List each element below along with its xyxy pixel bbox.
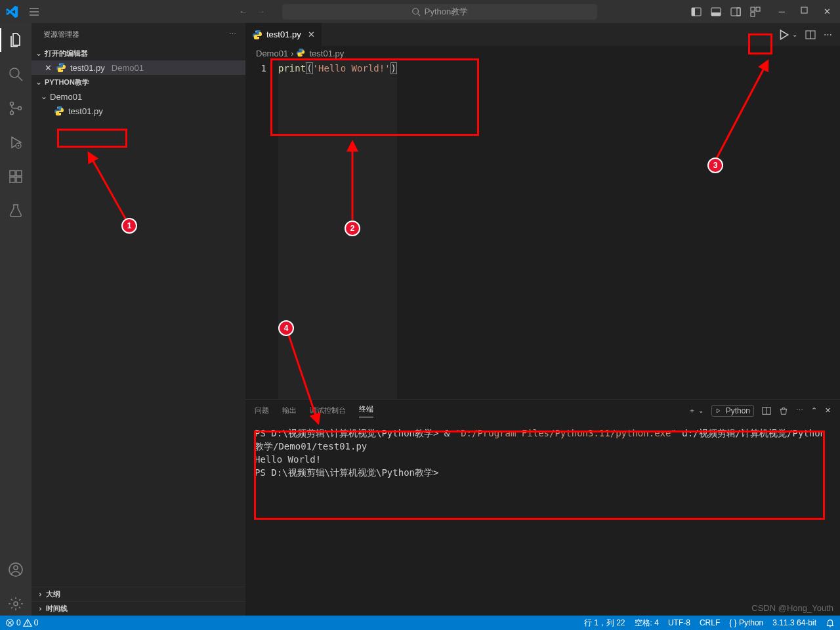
- svg-point-24: [14, 566, 18, 570]
- activity-bar: [0, 23, 32, 616]
- outline-section[interactable]: ⌄ 大纲: [32, 587, 245, 601]
- svg-point-26: [59, 64, 60, 64]
- editor-area: test01.py ✕ ⌄ ⋯ Demo01 › test01.py 1 pr: [245, 23, 840, 616]
- python-file-icon: [54, 106, 64, 116]
- window-maximize-icon[interactable]: [801, 7, 808, 16]
- svg-point-28: [57, 107, 58, 108]
- terminal-new-icon[interactable]: ＋: [688, 406, 696, 415]
- open-editors-header[interactable]: ⌄ 打开的编辑器: [32, 46, 245, 60]
- chevron-right-icon: ⌄: [34, 591, 43, 598]
- window-close-icon[interactable]: ✕: [824, 7, 831, 16]
- panel-tab-problems[interactable]: 问题: [255, 406, 269, 415]
- terminal-content[interactable]: PS D:\视频剪辑\计算机视觉\Python教学> & "D:/Program…: [245, 421, 840, 616]
- svg-point-0: [413, 8, 419, 14]
- chevron-down-icon: ⌄: [41, 92, 47, 101]
- nav-forward-icon[interactable]: →: [257, 7, 265, 16]
- svg-point-14: [10, 102, 14, 106]
- svg-rect-7: [737, 8, 740, 16]
- activity-extensions-icon[interactable]: [0, 165, 32, 188]
- editor-more-icon[interactable]: ⋯: [824, 30, 832, 39]
- status-language[interactable]: { } Python: [729, 618, 763, 627]
- chevron-right-icon: ›: [291, 49, 293, 58]
- layout-left-icon[interactable]: [691, 7, 702, 17]
- svg-point-25: [14, 602, 18, 606]
- panel: 问题 输出 调试控制台 终端 ＋ ⌄ Python ⋯ ⌃ ✕: [245, 399, 840, 616]
- window-minimize-icon[interactable]: ─: [779, 7, 785, 16]
- open-editor-folder-hint: Demo01: [112, 63, 144, 73]
- search-placeholder-text: Python教学: [425, 6, 468, 18]
- terminal-profile-button[interactable]: Python: [711, 405, 754, 417]
- activity-explorer-icon[interactable]: [0, 28, 32, 52]
- panel-tab-debug[interactable]: 调试控制台: [310, 406, 346, 415]
- menu-icon[interactable]: [24, 4, 45, 20]
- activity-account-icon[interactable]: [0, 558, 32, 581]
- svg-rect-3: [692, 8, 695, 16]
- sidebar-more-icon[interactable]: ⋯: [229, 30, 236, 39]
- svg-point-27: [62, 70, 62, 71]
- code-line-1: print('Hello World!'): [278, 60, 397, 399]
- layout-right-icon[interactable]: [730, 7, 741, 17]
- activity-testing-icon[interactable]: [0, 199, 32, 222]
- status-encoding[interactable]: UTF-8: [668, 618, 690, 627]
- chevron-right-icon: ⌄: [34, 606, 43, 612]
- panel-tab-output[interactable]: 输出: [282, 406, 297, 415]
- timeline-section[interactable]: ⌄ 时间线: [32, 601, 245, 616]
- file-name: test01.py: [68, 106, 103, 116]
- svg-point-29: [60, 114, 60, 114]
- terminal-new-dropdown-icon[interactable]: ⌄: [698, 407, 704, 414]
- svg-line-1: [417, 13, 420, 16]
- svg-rect-20: [10, 177, 15, 182]
- activity-settings-icon[interactable]: [0, 592, 32, 616]
- layout-bottom-icon[interactable]: [711, 7, 721, 17]
- status-notifications-icon[interactable]: [826, 618, 835, 627]
- tab-close-icon[interactable]: ✕: [308, 30, 315, 39]
- terminal-kill-icon[interactable]: [779, 406, 788, 415]
- breadcrumb-seg2[interactable]: test01.py: [309, 49, 344, 58]
- breadcrumb[interactable]: Demo01 › test01.py: [245, 46, 840, 60]
- terminal-more-icon[interactable]: ⋯: [796, 406, 803, 415]
- status-spaces[interactable]: 空格: 4: [635, 618, 659, 629]
- open-editor-item[interactable]: ✕ test01.py Demo01: [32, 60, 245, 75]
- status-bar: 0 0 行 1，列 22 空格: 4 UTF-8 CRLF { } Python…: [0, 616, 840, 630]
- breadcrumb-seg1[interactable]: Demo01: [256, 49, 288, 58]
- chevron-down-icon: ⌄: [35, 49, 42, 58]
- nav-back-icon[interactable]: ←: [239, 7, 247, 16]
- status-problems[interactable]: 0 0: [5, 618, 38, 627]
- panel-maximize-icon[interactable]: ⌃: [811, 406, 817, 415]
- svg-line-13: [18, 76, 22, 81]
- svg-point-31: [258, 37, 259, 38]
- customize-layout-icon[interactable]: [750, 7, 761, 17]
- panel-close-icon[interactable]: ✕: [825, 406, 831, 415]
- activity-scm-icon[interactable]: [0, 96, 32, 120]
- svg-point-18: [18, 145, 19, 146]
- svg-rect-11: [801, 7, 807, 13]
- python-file-icon: [56, 62, 66, 73]
- folder-row-demo01[interactable]: ⌄ Demo01: [32, 89, 245, 104]
- activity-search-icon[interactable]: [0, 62, 32, 86]
- status-line-col[interactable]: 行 1，列 22: [584, 618, 625, 629]
- status-interpreter[interactable]: 3.11.3 64-bit: [772, 618, 816, 627]
- terminal-split-icon[interactable]: [762, 406, 771, 415]
- sidebar-title: 资源管理器: [43, 30, 79, 39]
- file-row-test01[interactable]: test01.py: [32, 104, 245, 118]
- workspace-header[interactable]: ⌄ PYTHON教学: [32, 75, 245, 89]
- run-dropdown-icon[interactable]: ⌄: [792, 31, 797, 38]
- tab-test01[interactable]: test01.py ✕: [245, 23, 322, 46]
- run-button[interactable]: [778, 29, 789, 41]
- tab-bar: test01.py ✕ ⌄ ⋯: [245, 23, 840, 46]
- python-file-icon: [296, 48, 306, 58]
- search-icon: [411, 7, 421, 16]
- panel-tab-terminal[interactable]: 终端: [359, 404, 373, 417]
- chevron-down-icon: ⌄: [35, 77, 42, 87]
- close-icon[interactable]: ✕: [45, 63, 52, 73]
- svg-point-15: [10, 112, 14, 115]
- split-editor-icon[interactable]: [805, 30, 816, 40]
- svg-rect-8: [751, 7, 755, 11]
- status-eol[interactable]: CRLF: [700, 618, 720, 627]
- svg-rect-19: [10, 171, 15, 176]
- sidebar-explorer: 资源管理器 ⋯ ⌄ 打开的编辑器 ✕ test01.py Demo01 ⌄ PY…: [32, 23, 245, 616]
- code-editor[interactable]: 1 print('Hello World!'): [245, 60, 840, 399]
- tab-label: test01.py: [266, 30, 301, 39]
- command-center-search[interactable]: Python教学: [282, 4, 597, 20]
- activity-debug-icon[interactable]: [0, 131, 32, 154]
